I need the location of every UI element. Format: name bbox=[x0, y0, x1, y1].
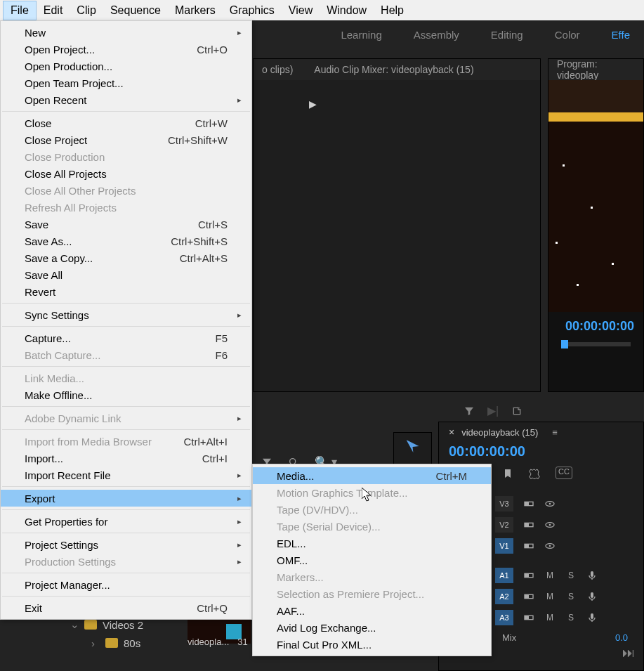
svg-rect-20 bbox=[525, 615, 529, 619]
menu-item-open-recent[interactable]: Open Recent▸ bbox=[1, 91, 251, 108]
collapse-icon[interactable]: ⌄ bbox=[70, 618, 79, 631]
source-panel: o clips) Audio Clip Mixer: videoplayback… bbox=[253, 58, 541, 392]
voice-over-icon[interactable] bbox=[586, 612, 598, 623]
export-item-omf[interactable]: OMF... bbox=[253, 552, 491, 568]
playhead-icon[interactable] bbox=[561, 340, 568, 348]
selection-tool-icon[interactable] bbox=[407, 440, 419, 452]
mute-icon[interactable]: M bbox=[544, 592, 556, 601]
toggle-sync-icon[interactable] bbox=[523, 570, 534, 581]
menu-item-exit[interactable]: ExitCtrl+Q bbox=[1, 599, 251, 616]
menu-item-get-properties-for[interactable]: Get Properties for▸ bbox=[1, 513, 251, 530]
program-tab[interactable]: Program: videoplay bbox=[557, 58, 635, 81]
voice-over-icon[interactable] bbox=[586, 570, 598, 581]
mix-value[interactable]: 0.0 bbox=[615, 632, 628, 643]
menu-item-import-recent-file[interactable]: Import Recent File▸ bbox=[1, 467, 251, 483]
toggle-output-icon[interactable] bbox=[544, 519, 556, 530]
expand-icon[interactable]: › bbox=[91, 637, 100, 649]
menu-item-save[interactable]: SaveCtrl+S bbox=[1, 216, 251, 233]
export-frame-icon[interactable] bbox=[511, 404, 523, 417]
menu-item-save-as[interactable]: Save As...Ctrl+Shift+S bbox=[1, 233, 251, 249]
menu-item-project-manager[interactable]: Project Manager... bbox=[1, 576, 251, 593]
menu-help[interactable]: Help bbox=[374, 1, 411, 20]
program-monitor[interactable] bbox=[548, 80, 643, 312]
menu-item-project-settings[interactable]: Project Settings▸ bbox=[1, 536, 251, 553]
export-item-avid-log-exchange[interactable]: Avid Log Exchange... bbox=[253, 619, 491, 636]
menu-item-open-team-project[interactable]: Open Team Project... bbox=[1, 74, 251, 91]
menu-item-close[interactable]: CloseCtrl+W bbox=[1, 115, 251, 131]
program-timecode[interactable]: 00:00:00:00 bbox=[565, 319, 643, 334]
toggle-output-icon[interactable] bbox=[544, 540, 556, 552]
export-item-aaf[interactable]: AAF... bbox=[253, 602, 491, 619]
menu-item-make-offline[interactable]: Make Offline... bbox=[1, 386, 251, 403]
ws-effects[interactable]: Effe bbox=[612, 29, 630, 41]
export-item-final-cut-pro-xml[interactable]: Final Cut Pro XML... bbox=[253, 636, 491, 653]
menu-item-import[interactable]: Import...Ctrl+I bbox=[1, 450, 251, 467]
menu-item-export[interactable]: Export▸ bbox=[1, 490, 251, 507]
menu-item-open-production[interactable]: Open Production... bbox=[1, 58, 251, 74]
track-target[interactable]: A3 bbox=[495, 610, 513, 625]
export-item-edl[interactable]: EDL... bbox=[253, 535, 491, 552]
panel-menu-icon[interactable]: ≡ bbox=[552, 427, 558, 438]
submenu-arrow-icon: ▸ bbox=[237, 517, 242, 526]
track-target[interactable]: A1 bbox=[495, 568, 513, 583]
toggle-sync-icon[interactable] bbox=[523, 540, 534, 552]
cc-icon[interactable]: CC bbox=[556, 467, 572, 479]
ws-learning[interactable]: Learning bbox=[341, 29, 381, 41]
solo-icon[interactable]: S bbox=[565, 613, 577, 623]
step-icon[interactable]: ▶| bbox=[487, 404, 499, 417]
menu-item-open-project[interactable]: Open Project...Ctrl+O bbox=[1, 41, 251, 58]
track-target[interactable]: V1 bbox=[495, 538, 513, 554]
source-controls: ▶| bbox=[464, 404, 523, 417]
sequence-tab[interactable]: videoplayback (15) bbox=[461, 427, 538, 438]
svg-rect-21 bbox=[591, 613, 593, 619]
submenu-arrow-icon: ▸ bbox=[237, 471, 242, 480]
toggle-sync-icon[interactable] bbox=[523, 612, 534, 623]
solo-icon[interactable]: S bbox=[565, 571, 577, 580]
svg-point-12 bbox=[549, 545, 551, 547]
export-item-tape-dv-hdv: Tape (DV/HDV)... bbox=[253, 501, 491, 518]
menu-item-sync-settings[interactable]: Sync Settings▸ bbox=[1, 306, 251, 323]
solo-icon[interactable]: S bbox=[565, 592, 577, 601]
track-target[interactable]: V3 bbox=[495, 496, 513, 512]
program-scrubber[interactable] bbox=[561, 342, 631, 346]
goto-end-icon[interactable]: ⏭ bbox=[622, 646, 635, 660]
menu-item-save-a-copy[interactable]: Save a Copy...Ctrl+Alt+S bbox=[1, 249, 251, 266]
menu-item-capture[interactable]: Capture...F5 bbox=[1, 330, 251, 346]
menu-window[interactable]: Window bbox=[320, 1, 374, 20]
menu-item-close-project[interactable]: Close ProjectCtrl+Shift+W bbox=[1, 131, 251, 148]
menu-graphics[interactable]: Graphics bbox=[223, 1, 282, 20]
menu-item-close-all-projects[interactable]: Close All Projects bbox=[1, 165, 251, 182]
menu-edit[interactable]: Edit bbox=[37, 1, 70, 20]
menu-sequence[interactable]: Sequence bbox=[103, 1, 168, 20]
source-tab-1[interactable]: o clips) bbox=[262, 64, 293, 75]
ws-color[interactable]: Color bbox=[555, 29, 580, 41]
menu-item-revert[interactable]: Revert bbox=[1, 283, 251, 300]
toggle-sync-icon[interactable] bbox=[523, 519, 534, 530]
tree-item-80s[interactable]: ›80s bbox=[0, 634, 183, 652]
marker-icon[interactable] bbox=[502, 467, 513, 479]
menu-clip[interactable]: Clip bbox=[70, 1, 103, 20]
mix-label: Mix bbox=[502, 632, 516, 643]
export-item-media[interactable]: Media...Ctrl+M bbox=[253, 467, 491, 484]
mute-icon[interactable]: M bbox=[544, 613, 556, 623]
play-icon[interactable]: ▶ bbox=[309, 98, 317, 110]
menu-item-save-all[interactable]: Save All bbox=[1, 266, 251, 283]
filter-icon[interactable] bbox=[464, 404, 475, 417]
mute-icon[interactable]: M bbox=[544, 571, 556, 580]
timeline-timecode[interactable]: 00:00:00:00 bbox=[439, 442, 643, 461]
toggle-output-icon[interactable] bbox=[544, 498, 556, 509]
toggle-sync-icon[interactable] bbox=[523, 591, 534, 602]
toggle-sync-icon[interactable] bbox=[523, 498, 534, 509]
source-tab-2[interactable]: Audio Clip Mixer: videoplayback (15) bbox=[314, 64, 473, 75]
track-target[interactable]: V2 bbox=[495, 517, 513, 533]
close-tab-icon[interactable]: × bbox=[449, 426, 454, 438]
ws-editing[interactable]: Editing bbox=[491, 29, 523, 41]
menu-view[interactable]: View bbox=[282, 1, 320, 20]
voice-over-icon[interactable] bbox=[586, 591, 598, 602]
menu-item-new[interactable]: New▸ bbox=[1, 24, 251, 41]
settings-icon[interactable] bbox=[529, 467, 540, 479]
track-target[interactable]: A2 bbox=[495, 589, 513, 604]
ws-assembly[interactable]: Assembly bbox=[414, 29, 459, 41]
menu-file[interactable]: File bbox=[3, 1, 37, 20]
menu-markers[interactable]: Markers bbox=[168, 1, 223, 20]
